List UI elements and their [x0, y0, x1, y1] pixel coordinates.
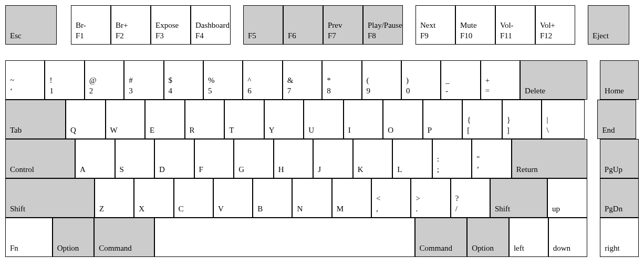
key-label: Command — [99, 243, 150, 253]
key-9[interactable]: ( 9 — [362, 60, 401, 100]
key-s[interactable]: S — [115, 139, 155, 178]
key-label: L — [397, 164, 428, 175]
key-option-right[interactable]: Option — [467, 218, 509, 257]
key-left-arrow[interactable]: left — [509, 218, 548, 257]
key-n[interactable]: N — [292, 178, 331, 218]
key-down-arrow[interactable]: down — [548, 218, 588, 257]
key-a[interactable]: A — [75, 139, 115, 178]
key-equals[interactable]: + = — [481, 60, 520, 100]
key-slash[interactable]: ? / — [451, 178, 490, 218]
key-r[interactable]: R — [185, 100, 225, 139]
key-f11[interactable]: Vol- F11 — [495, 5, 535, 45]
key-sublabel: Vol+ — [540, 20, 570, 30]
key-return[interactable]: Return — [512, 139, 587, 178]
key-pgdn[interactable]: PgDn — [600, 178, 639, 218]
key-8[interactable]: * 8 — [322, 60, 361, 100]
key-7[interactable]: & 7 — [283, 60, 322, 100]
key-pgup[interactable]: PgUp — [600, 139, 639, 178]
key-f10[interactable]: Mute F10 — [455, 5, 495, 45]
key-right-arrow[interactable]: right — [600, 218, 639, 257]
key-f[interactable]: F — [194, 139, 234, 178]
key-left-bracket[interactable]: { [ — [462, 100, 502, 139]
key-u[interactable]: U — [304, 100, 344, 139]
key-right-bracket[interactable]: } ] — [502, 100, 542, 139]
key-t[interactable]: T — [224, 100, 264, 139]
key-d[interactable]: D — [154, 139, 194, 178]
key-f12[interactable]: Vol+ F12 — [535, 5, 575, 45]
key-label: F1 — [76, 30, 106, 41]
key-z[interactable]: Z — [95, 178, 134, 218]
key-y[interactable]: Y — [264, 100, 304, 139]
key-f1[interactable]: Br- F1 — [71, 5, 111, 45]
key-semicolon[interactable]: : ; — [432, 139, 472, 178]
key-shift-right[interactable]: Shift — [490, 178, 547, 218]
key-lower: / — [455, 203, 485, 214]
key-m[interactable]: M — [332, 178, 371, 218]
key-label: Shift — [10, 203, 90, 214]
key-label: T — [229, 125, 259, 135]
key-backtick[interactable]: ~ ‘ — [5, 60, 45, 100]
key-end[interactable]: End — [597, 100, 636, 139]
key-quote[interactable]: " ’ — [472, 139, 512, 178]
key-p[interactable]: P — [423, 100, 463, 139]
key-l[interactable]: L — [392, 139, 432, 178]
key-space[interactable] — [154, 218, 415, 257]
key-2[interactable]: @ 2 — [85, 60, 124, 100]
key-command-left[interactable]: Command — [94, 218, 154, 257]
key-eject[interactable]: Eject — [588, 5, 629, 45]
key-4[interactable]: $ 4 — [164, 60, 203, 100]
key-5[interactable]: % 5 — [203, 60, 243, 100]
key-upper: ~ — [10, 75, 40, 85]
key-o[interactable]: O — [383, 100, 423, 139]
key-i[interactable]: I — [344, 100, 383, 139]
key-home[interactable]: Home — [600, 60, 639, 100]
key-j[interactable]: J — [313, 139, 353, 178]
key-f4[interactable]: Dashboard F4 — [191, 5, 231, 45]
key-0[interactable]: ) 0 — [401, 60, 441, 100]
key-option-left[interactable]: Option — [53, 218, 95, 257]
key-q[interactable]: Q — [66, 100, 106, 139]
key-x[interactable]: X — [134, 178, 173, 218]
key-f9[interactable]: Next F9 — [416, 5, 455, 45]
key-f5[interactable]: F5 — [243, 5, 283, 45]
key-v[interactable]: V — [213, 178, 253, 218]
key-label: Eject — [593, 30, 625, 41]
key-h[interactable]: H — [274, 139, 314, 178]
key-period[interactable]: > . — [411, 178, 450, 218]
key-b[interactable]: B — [253, 178, 292, 218]
key-lower: , — [376, 203, 406, 214]
key-g[interactable]: G — [234, 139, 274, 178]
key-1[interactable]: ! 1 — [45, 60, 84, 100]
key-f7[interactable]: Prev F7 — [323, 5, 363, 45]
key-label: Y — [269, 125, 299, 135]
key-minus[interactable]: _ - — [441, 60, 480, 100]
key-control[interactable]: Control — [5, 139, 75, 178]
key-k[interactable]: K — [353, 139, 393, 178]
key-lower: ‘ — [10, 85, 40, 96]
key-f8[interactable]: Play/Pause F8 — [363, 5, 403, 45]
key-shift-left[interactable]: Shift — [5, 178, 95, 218]
key-f2[interactable]: Br+ F2 — [111, 5, 151, 45]
key-f3[interactable]: Expose F3 — [151, 5, 191, 45]
key-comma[interactable]: < , — [371, 178, 411, 218]
key-tab[interactable]: Tab — [5, 100, 66, 139]
key-e[interactable]: E — [145, 100, 185, 139]
key-label: Z — [99, 203, 129, 214]
key-6[interactable]: ^ 6 — [243, 60, 282, 100]
key-3[interactable]: # 3 — [124, 60, 163, 100]
key-lower: 2 — [89, 85, 119, 96]
key-backslash[interactable]: | \ — [542, 100, 585, 139]
key-command-right[interactable]: Command — [415, 218, 468, 257]
key-w[interactable]: W — [106, 100, 146, 139]
key-fn[interactable]: Fn — [5, 218, 53, 257]
key-up-arrow[interactable]: up — [547, 178, 587, 218]
key-delete[interactable]: Delete — [520, 60, 587, 100]
key-lower: 1 — [49, 85, 79, 96]
key-label: X — [139, 203, 169, 214]
key-esc[interactable]: Esc — [5, 5, 57, 45]
key-f6[interactable]: F6 — [283, 5, 323, 45]
key-sublabel: Next — [420, 20, 451, 30]
key-label: End — [602, 125, 631, 135]
number-row: ~ ‘ ! 1 @ 2 # 3 $ 4 % 5 ^ 6 & 7 — [5, 60, 639, 100]
key-c[interactable]: C — [174, 178, 213, 218]
